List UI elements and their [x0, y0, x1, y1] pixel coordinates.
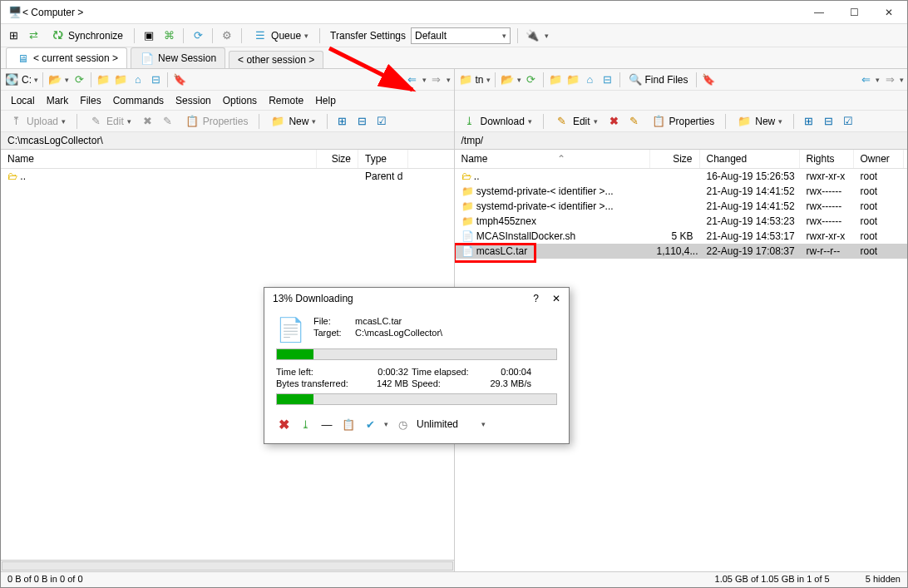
delete-icon[interactable]: ✖: [607, 114, 622, 129]
help-button[interactable]: ?: [533, 293, 539, 304]
nav-back-icon[interactable]: ⇐: [405, 72, 420, 87]
download-button[interactable]: ⤓ Download ▾: [458, 111, 536, 131]
home-icon[interactable]: ⌂: [583, 72, 598, 87]
home-icon[interactable]: ⌂: [131, 72, 146, 87]
col-changed[interactable]: Changed: [700, 150, 800, 168]
disconnect-icon[interactable]: 🔌: [525, 28, 540, 43]
folder-icon: 📁: [461, 185, 474, 197]
col-size[interactable]: Size: [650, 150, 700, 168]
tab-current-session[interactable]: 🖥 < current session >: [6, 47, 127, 68]
menu-help[interactable]: Help: [310, 93, 341, 108]
maximize-button[interactable]: ☐: [842, 7, 866, 18]
col-size[interactable]: Size: [317, 150, 358, 168]
minimize-button[interactable]: —: [807, 7, 831, 18]
open-folder-icon[interactable]: 📂: [500, 72, 515, 87]
nav-forward-icon[interactable]: ⇒: [429, 72, 444, 87]
tab-other-session[interactable]: < other session >: [229, 51, 323, 68]
cancel-transfer-button[interactable]: ✖: [276, 417, 291, 432]
properties-button[interactable]: 📋 Properties: [647, 111, 719, 131]
folder-icon[interactable]: 📁: [548, 72, 563, 87]
properties-button[interactable]: 📋 Properties: [180, 111, 253, 131]
tree-icon[interactable]: ⊟: [600, 72, 615, 87]
tree-icon[interactable]: ⊟: [148, 72, 163, 87]
file-row[interactable]: 📁 systemd-private-< identifier >...21-Au…: [455, 199, 908, 214]
file-row[interactable]: 📁 tmph455znex21-Aug-19 14:53:23rwx------…: [455, 214, 908, 229]
minus-icon[interactable]: ⊟: [821, 114, 836, 129]
menu-options[interactable]: Options: [218, 93, 262, 108]
remote-path[interactable]: /tmp/: [455, 132, 908, 150]
rename-icon[interactable]: ✎: [627, 114, 642, 129]
command-icon[interactable]: ⌘: [161, 28, 176, 43]
transfer-settings-combo[interactable]: Default ▾: [411, 27, 511, 44]
open-folder-icon[interactable]: 📂: [47, 72, 62, 87]
drive-icon[interactable]: 💽: [4, 72, 19, 87]
col-owner[interactable]: Owner: [854, 150, 904, 168]
window-title: < Computer >: [22, 7, 807, 18]
nav-back-icon[interactable]: ⇐: [858, 72, 873, 87]
col-name[interactable]: Name ⌃: [455, 150, 650, 168]
close-button[interactable]: ✕: [877, 7, 901, 18]
left-drive-bar: 💽 C: ▾ 📂 ▾ ⟳ 📁 📁 ⌂ ⊟ 🔖 ⇐ ▾ ⇒ ▾: [1, 69, 454, 91]
check-icon[interactable]: ☑: [841, 114, 856, 129]
file-row[interactable]: 📄 MCASInstallDocker.sh5 KB21-Aug-19 14:5…: [455, 229, 908, 244]
nav-forward-icon[interactable]: ⇒: [882, 72, 897, 87]
col-rights[interactable]: Rights: [800, 150, 854, 168]
refresh-icon[interactable]: ⟳: [72, 72, 86, 87]
upload-button[interactable]: ⤒ Upload ▾: [4, 111, 70, 131]
back-folder-icon[interactable]: 📁: [96, 72, 111, 87]
menu-commands[interactable]: Commands: [108, 93, 169, 108]
settings-dialog-button[interactable]: ✔: [363, 417, 378, 432]
refresh-icon[interactable]: ⟳: [524, 72, 539, 87]
main-toolbar: ⊞ ⇄ 🗘 Synchronize ▣ ⌘ ⟳ ⚙ ☰ Queue ▾ Tran…: [1, 24, 907, 47]
folder-icon[interactable]: 📁: [113, 72, 128, 87]
dialog-close-button[interactable]: ✕: [552, 293, 560, 304]
chevron-down-icon[interactable]: ▾: [545, 32, 549, 40]
grid-icon[interactable]: ⊞: [6, 28, 21, 43]
synchronize-button[interactable]: 🗘 Synchronize: [46, 26, 127, 46]
speed-limit-label[interactable]: Unlimited: [417, 418, 458, 430]
find-files-button[interactable]: 🔍 Find Files: [624, 72, 692, 88]
folder-icon[interactable]: 📁: [458, 72, 473, 87]
background-button[interactable]: ⤓: [298, 417, 313, 432]
col-type[interactable]: Type: [358, 150, 408, 168]
menu-files[interactable]: Files: [75, 93, 106, 108]
minimize-dialog-button[interactable]: —: [319, 417, 334, 432]
terminal-icon[interactable]: ▣: [141, 28, 156, 43]
rename-icon[interactable]: ✎: [160, 114, 175, 129]
refresh-sync-icon[interactable]: ⟳: [190, 28, 205, 43]
copy-dialog-button[interactable]: 📋: [341, 417, 356, 432]
bookmark-icon[interactable]: 🔖: [701, 72, 716, 87]
queue-button[interactable]: ☰ Queue ▾: [249, 26, 313, 46]
file-row[interactable]: 🗁 ..16-Aug-19 15:26:53rwxr-xr-xroot: [455, 169, 908, 184]
edit-button[interactable]: ✎ Edit ▾: [84, 111, 136, 131]
delete-icon[interactable]: ✖: [141, 114, 155, 129]
col-name[interactable]: Name: [1, 150, 317, 168]
tab-new-session[interactable]: 📄 New Session: [131, 47, 225, 68]
search-icon: 🔍: [628, 72, 643, 87]
menu-session[interactable]: Session: [170, 93, 216, 108]
minus-icon[interactable]: ⊟: [354, 114, 369, 129]
dialog-title: 13% Downloading: [273, 293, 533, 304]
chevron-down-icon: ▾: [502, 32, 506, 40]
local-path[interactable]: C:\mcasLogCollector\: [1, 132, 454, 150]
edit-button[interactable]: ✎ Edit ▾: [550, 111, 602, 131]
folder-icon[interactable]: 📁: [565, 72, 580, 87]
file-row[interactable]: 🗁 .. Parent d: [1, 169, 454, 184]
compare-icon[interactable]: ⇄: [26, 28, 41, 43]
time-elapsed: 0:00:04: [481, 367, 531, 377]
plus-icon[interactable]: ⊞: [334, 114, 349, 129]
menu-remote[interactable]: Remote: [264, 93, 308, 108]
gear-icon[interactable]: ⚙: [220, 28, 234, 43]
check-icon[interactable]: ☑: [374, 114, 389, 129]
properties-icon: 📋: [651, 114, 666, 129]
menu-local[interactable]: Local: [6, 93, 40, 108]
menu-mark[interactable]: Mark: [42, 93, 74, 108]
file-row[interactable]: 📁 systemd-private-< identifier >...21-Au…: [455, 184, 908, 199]
plus-icon[interactable]: ⊞: [801, 114, 816, 129]
up-icon: 🗁: [461, 170, 471, 182]
bookmark-icon[interactable]: 🔖: [172, 72, 187, 87]
new-button[interactable]: 📁 New ▾: [733, 111, 787, 131]
horizontal-scrollbar[interactable]: [2, 561, 453, 571]
new-button[interactable]: 📁 New ▾: [266, 111, 320, 131]
local-action-bar: ⤒ Upload ▾ ✎ Edit ▾ ✖ ✎ 📋 Properties 📁 N…: [1, 111, 454, 132]
